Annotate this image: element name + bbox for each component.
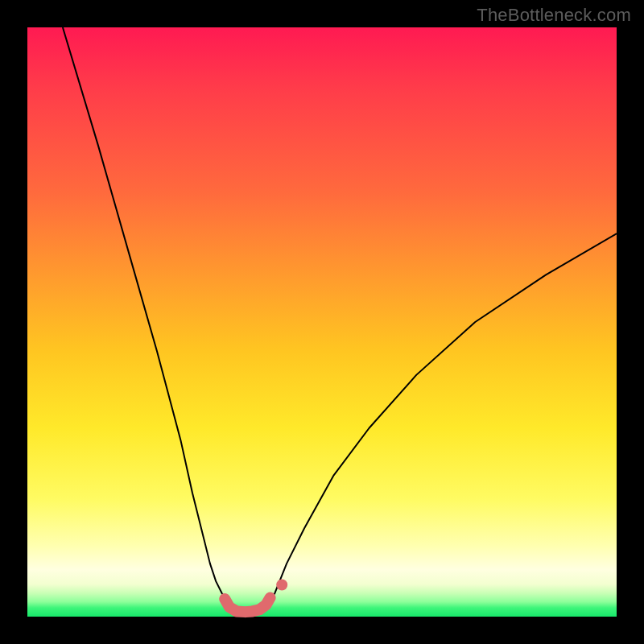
plot-area: [27, 27, 617, 617]
chart-svg: [27, 27, 617, 617]
series-bottom-highlight-dot-point: [276, 579, 287, 590]
watermark-label: TheBottleneck.com: [477, 5, 631, 26]
series-group: [63, 27, 617, 612]
chart-frame: TheBottleneck.com: [0, 0, 644, 644]
series-left-branch: [63, 27, 233, 609]
series-right-branch: [266, 233, 617, 609]
series-bottom-highlight: [225, 598, 270, 613]
